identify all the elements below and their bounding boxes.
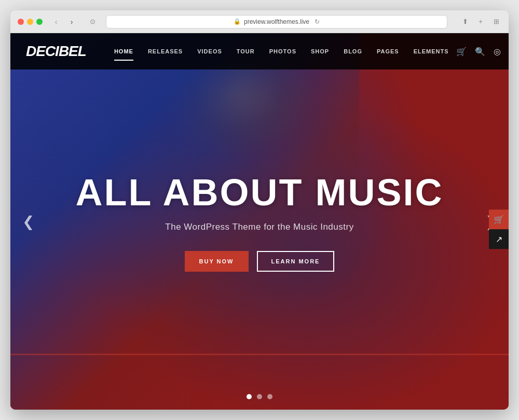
side-cart-button[interactable]: 🛒 xyxy=(489,209,509,229)
search-nav-icon[interactable]: 🔍 xyxy=(475,47,485,57)
hero-buttons: BUY NOW LEARN MORE xyxy=(60,251,459,272)
nav-item-shop[interactable]: SHOP xyxy=(304,44,336,59)
forward-arrow[interactable]: › xyxy=(66,17,77,27)
nav-item-photos[interactable]: PHOTOS xyxy=(262,44,304,59)
hero-content: ALL ABOUT MUSIC The WordPress Theme for … xyxy=(60,171,459,272)
site-logo[interactable]: DECIBEL xyxy=(26,43,86,60)
nav-item-blog[interactable]: BLOG xyxy=(336,44,370,59)
slider-dot-3[interactable] xyxy=(267,394,272,399)
nav-item-pages[interactable]: PAGES xyxy=(370,44,406,59)
browser-titlebar: ‹ › ⊙ 🔒 preview.wolfthemes.live ↻ ⬆ + ⊞ xyxy=(10,10,509,33)
navbar: DECIBEL HOME RELEASES VIDEOS TOUR PHOTOS… xyxy=(10,33,509,69)
slider-dot-1[interactable] xyxy=(247,394,252,399)
nav-item-elements[interactable]: ELEMENTS xyxy=(406,44,456,59)
url-text: preview.wolfthemes.live xyxy=(244,18,309,25)
nav-menu: HOME RELEASES VIDEOS TOUR PHOTOS SHOP BL… xyxy=(107,44,456,59)
slider-dots xyxy=(247,394,272,399)
back-arrow[interactable]: ‹ xyxy=(51,17,61,27)
maximize-button[interactable] xyxy=(36,19,43,25)
browser-window: ‹ › ⊙ 🔒 preview.wolfthemes.live ↻ ⬆ + ⊞ … xyxy=(10,10,509,410)
hero-section: DECIBEL HOME RELEASES VIDEOS TOUR PHOTOS… xyxy=(10,33,509,410)
new-tab-icon[interactable]: + xyxy=(475,17,486,27)
page-icon: ⊙ xyxy=(87,17,98,27)
learn-more-button[interactable]: LEARN MORE xyxy=(257,251,335,272)
nav-item-tour[interactable]: TOUR xyxy=(229,44,262,59)
hero-subtitle: The WordPress Theme for the Music Indust… xyxy=(60,222,459,232)
traffic-lights xyxy=(18,19,43,25)
buy-now-button[interactable]: BUY NOW xyxy=(185,251,249,272)
nav-item-releases[interactable]: RELEASES xyxy=(141,44,190,59)
cart-nav-icon[interactable]: 🛒 xyxy=(456,47,467,57)
tabs-overview-icon[interactable]: ⊞ xyxy=(491,17,501,27)
side-share-button[interactable]: ↗ xyxy=(489,229,509,249)
browser-actions: ⬆ + ⊞ xyxy=(460,17,501,27)
hero-decorative-line xyxy=(10,354,509,355)
website-content: DECIBEL HOME RELEASES VIDEOS TOUR PHOTOS… xyxy=(10,33,509,410)
reload-icon: ↻ xyxy=(315,18,320,25)
lock-icon: 🔒 xyxy=(234,18,241,25)
close-button[interactable] xyxy=(18,19,24,25)
instagram-nav-icon[interactable]: ◎ xyxy=(494,47,501,57)
minimize-button[interactable] xyxy=(27,19,33,25)
hero-title: ALL ABOUT MUSIC xyxy=(60,171,459,214)
slider-prev-button[interactable]: ❮ xyxy=(18,211,38,232)
side-buttons: 🛒 ↗ xyxy=(489,209,509,249)
address-bar[interactable]: 🔒 preview.wolfthemes.live ↻ xyxy=(106,15,447,29)
share-browser-icon[interactable]: ⬆ xyxy=(460,17,470,27)
slider-dot-2[interactable] xyxy=(257,394,262,399)
nav-item-videos[interactable]: VIDEOS xyxy=(190,44,229,59)
browser-navigation: ‹ › xyxy=(51,17,77,27)
nav-item-home[interactable]: HOME xyxy=(107,44,141,59)
nav-icons: 🛒 🔍 ◎ ⏺ ☰ xyxy=(456,47,509,57)
